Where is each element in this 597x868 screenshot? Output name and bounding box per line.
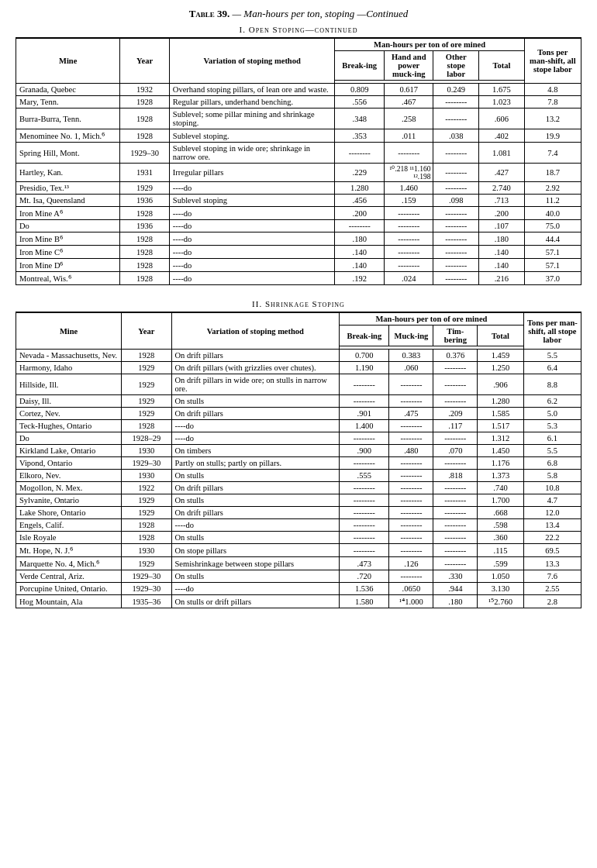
tons-cell: 5.8 — [523, 470, 581, 482]
tons-cell: 18.7 — [524, 164, 581, 182]
other-cell: .098 — [433, 195, 479, 207]
mucking-cell: .126 — [389, 557, 433, 570]
table-row: Mary, Tenn. 1928 Regular pillars, underh… — [16, 96, 581, 108]
s2-col-mhgroup-header: Man-hours per ton of ore mined — [340, 312, 524, 326]
variation-cell: ----do — [171, 420, 340, 432]
variation-cell: On stulls — [171, 395, 340, 408]
col-total-header: Total — [479, 51, 525, 81]
tons-cell: 40.0 — [524, 207, 581, 220]
tons-cell: 5.0 — [523, 408, 581, 420]
table-row: Harmony, Idaho 1929 On drift pillars (wi… — [16, 362, 581, 374]
hand-cell: 1.460 — [384, 182, 433, 195]
hand-cell: .159 — [384, 195, 433, 207]
other-cell: -------- — [433, 143, 479, 164]
year-cell: 1929 — [122, 374, 171, 395]
tons-cell: 6.1 — [523, 432, 581, 445]
table-row: Iron Mine C⁶ 1928 ----do .140 -------- -… — [16, 246, 581, 259]
year-cell: 1928 — [120, 259, 169, 272]
tons-cell: 7.8 — [524, 96, 581, 108]
s2-col-total-header: Total — [478, 326, 523, 346]
mine-cell: Mogollon, N. Mex. — [16, 482, 122, 494]
timbering-cell: -------- — [433, 519, 478, 532]
total-cell: 1.312 — [478, 432, 523, 445]
timbering-cell: -------- — [433, 507, 478, 519]
tons-cell: 11.2 — [524, 195, 581, 207]
mine-cell: Granada, Quebec — [16, 84, 120, 96]
mine-cell: Harmony, Idaho — [16, 362, 122, 374]
breaking-cell: .900 — [340, 445, 389, 457]
breaking-cell: -------- — [340, 482, 389, 494]
hand-cell: 0.617 — [384, 84, 433, 96]
mine-cell: Kirkland Lake, Ontario — [16, 445, 122, 457]
total-cell: 1.050 — [478, 570, 523, 583]
breaking-cell: 1.536 — [340, 583, 389, 595]
total-cell: .360 — [478, 532, 523, 544]
hand-cell: -------- — [384, 246, 433, 259]
total-cell: .606 — [479, 108, 525, 129]
breaking-cell: .140 — [335, 246, 384, 259]
tons-cell: 22.2 — [523, 532, 581, 544]
hand-cell: .024 — [384, 272, 433, 285]
tons-cell: 4.7 — [523, 494, 581, 507]
section2-title: II. Shrinkage Stoping — [16, 299, 581, 308]
year-cell: 1928 — [122, 532, 171, 544]
variation-cell: Semishrinkage between stope pillars — [171, 557, 340, 570]
table-row: Iron Mine B⁶ 1928 ----do .180 -------- -… — [16, 232, 581, 246]
table-row: Presidio, Tex.¹³ 1929 ----do 1.280 1.460… — [16, 182, 581, 195]
mine-cell: Mt. Isa, Queensland — [16, 195, 120, 207]
mine-cell: Burra-Burra, Tenn. — [16, 108, 120, 129]
total-cell: .140 — [479, 259, 525, 272]
mine-cell: Iron Mine B⁶ — [16, 232, 120, 246]
hand-cell: -------- — [384, 232, 433, 246]
col-mine-header: Mine — [16, 38, 120, 84]
timbering-cell: -------- — [433, 432, 478, 445]
variation-cell: Overhand stoping pillars, of lean ore an… — [169, 84, 335, 96]
timbering-cell: -------- — [433, 395, 478, 408]
breaking-cell: .720 — [340, 570, 389, 583]
s2-col-muck-header: Muck-ing — [389, 326, 433, 346]
mucking-cell: -------- — [389, 395, 433, 408]
mucking-cell: -------- — [389, 507, 433, 519]
timbering-cell: .070 — [433, 445, 478, 457]
table-row: Granada, Quebec 1932 Overhand stoping pi… — [16, 84, 581, 96]
mine-cell: Verde Central, Ariz. — [16, 570, 122, 583]
variation-cell: ----do — [171, 519, 340, 532]
table-row: Engels, Calif. 1928 ----do -------- ----… — [16, 519, 581, 532]
mine-cell: Presidio, Tex.¹³ — [16, 182, 120, 195]
other-cell: 0.249 — [433, 84, 479, 96]
variation-cell: On drift pillars (with grizzlies over ch… — [171, 362, 340, 374]
mucking-cell: -------- — [389, 420, 433, 432]
year-cell: 1928 — [120, 232, 169, 246]
table-row: Elkoro, Nev. 1930 On stulls .555 -------… — [16, 470, 581, 482]
total-cell: .427 — [479, 164, 525, 182]
total-cell: .115 — [478, 544, 523, 557]
variation-cell: Partly on stulls; partly on pillars. — [171, 457, 340, 470]
table-row: Cortez, Nev. 1929 On drift pillars .901 … — [16, 408, 581, 420]
timbering-cell: 0.376 — [433, 350, 478, 362]
variation-cell: Sublevel stoping. — [169, 129, 335, 143]
other-cell: .038 — [433, 129, 479, 143]
year-cell: 1930 — [122, 544, 171, 557]
hand-cell: -------- — [384, 259, 433, 272]
mine-cell: Mt. Hope, N. J.⁶ — [16, 544, 122, 557]
mine-cell: Cortez, Nev. — [16, 408, 122, 420]
table-row: Burra-Burra, Tenn. 1928 Sublevel; some p… — [16, 108, 581, 129]
mine-cell: Lake Shore, Ontario — [16, 507, 122, 519]
variation-cell: ----do — [169, 259, 335, 272]
total-cell: .740 — [478, 482, 523, 494]
table-row: Teck-Hughes, Ontario 1928 ----do 1.400 -… — [16, 420, 581, 432]
mine-cell: Menominee No. 1, Mich.⁶ — [16, 129, 120, 143]
other-cell: -------- — [433, 207, 479, 220]
tons-cell: 13.4 — [523, 519, 581, 532]
total-cell: 2.740 — [479, 182, 525, 195]
year-cell: 1928 — [122, 350, 171, 362]
mucking-cell: -------- — [389, 532, 433, 544]
mine-cell: Iron Mine D⁶ — [16, 259, 120, 272]
total-cell: 1.517 — [478, 420, 523, 432]
breaking-cell: .140 — [335, 259, 384, 272]
hand-cell: -------- — [384, 143, 433, 164]
tons-cell: 57.1 — [524, 259, 581, 272]
table-row: Montreal, Wis.⁶ 1928 ----do .192 .024 --… — [16, 272, 581, 285]
breaking-cell: -------- — [335, 220, 384, 232]
total-cell: 1.585 — [478, 408, 523, 420]
